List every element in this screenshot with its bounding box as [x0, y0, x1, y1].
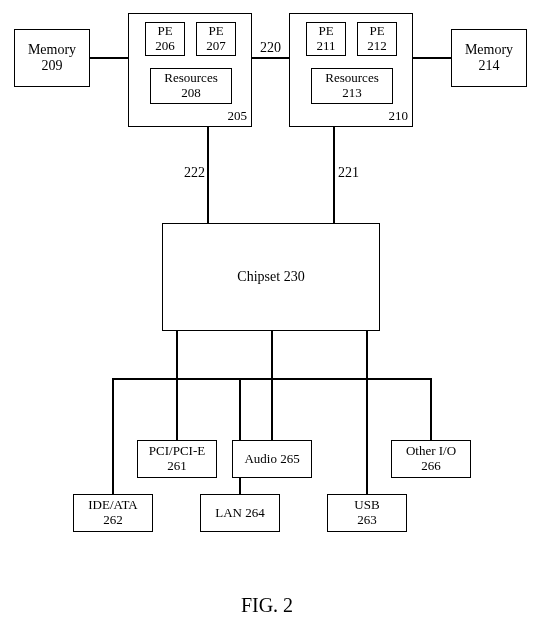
chipset-label: Chipset 230 [237, 269, 304, 285]
otherio-ref: 266 [421, 459, 441, 474]
drop-col3-top [271, 331, 273, 379]
pe-211-ref: 211 [316, 39, 335, 54]
block-other-io: Other I/O 266 [391, 440, 471, 478]
drop-col4-bot [366, 378, 368, 494]
usb-ref: 263 [357, 513, 377, 528]
link-cpuA-cpuB [252, 57, 289, 59]
pe-207-ref: 207 [206, 39, 226, 54]
pe-211-name: PE [318, 24, 333, 39]
memory-right-ref: 214 [479, 58, 500, 74]
lan-label: LAN 264 [215, 506, 264, 521]
memory-left-ref: 209 [42, 58, 63, 74]
block-chipset: Chipset 230 [162, 223, 380, 331]
link-220-label: 220 [259, 41, 282, 55]
block-pe-206: PE 206 [145, 22, 185, 56]
drop-col2-top [176, 331, 178, 379]
link-cpuB-mem214 [413, 57, 451, 59]
link-cpuB-chipset [333, 127, 335, 223]
drop-col4-top [366, 331, 368, 379]
block-resources-213: Resources 213 [311, 68, 393, 104]
block-memory-right: Memory 214 [451, 29, 527, 87]
link-222-label: 222 [183, 166, 206, 180]
cpu-a-ref: 205 [228, 109, 248, 124]
ide-ref: 262 [103, 513, 123, 528]
pci-ref: 261 [167, 459, 187, 474]
pe-206-ref: 206 [155, 39, 175, 54]
block-ide: IDE/ATA 262 [73, 494, 153, 532]
drop-col3-mid [271, 378, 273, 440]
block-lan: LAN 264 [200, 494, 280, 532]
pci-name: PCI/PCI-E [149, 444, 205, 459]
block-pe-207: PE 207 [196, 22, 236, 56]
cpu-b-ref: 210 [389, 109, 409, 124]
block-pe-211: PE 211 [306, 22, 346, 56]
pe-206-name: PE [157, 24, 172, 39]
ide-name: IDE/ATA [88, 498, 138, 513]
memory-left-name: Memory [28, 42, 76, 58]
pe-212-ref: 212 [367, 39, 387, 54]
block-pe-212: PE 212 [357, 22, 397, 56]
link-mem209-cpuA [90, 57, 128, 59]
block-resources-208: Resources 208 [150, 68, 232, 104]
link-cpuA-chipset [207, 127, 209, 223]
otherio-name: Other I/O [406, 444, 456, 459]
block-audio: Audio 265 [232, 440, 312, 478]
res-208-name: Resources [164, 71, 217, 86]
res-213-name: Resources [325, 71, 378, 86]
figure-caption: FIG. 2 [0, 594, 534, 617]
block-memory-left: Memory 209 [14, 29, 90, 87]
drop-col5 [430, 378, 432, 440]
drop-col2-bot [176, 378, 178, 440]
block-pci: PCI/PCI-E 261 [137, 440, 217, 478]
drop-col1 [112, 378, 114, 494]
link-221-label: 221 [337, 166, 360, 180]
memory-right-name: Memory [465, 42, 513, 58]
res-213-ref: 213 [342, 86, 362, 101]
usb-name: USB [354, 498, 379, 513]
pe-212-name: PE [369, 24, 384, 39]
pe-207-name: PE [208, 24, 223, 39]
res-208-ref: 208 [181, 86, 201, 101]
audio-label: Audio 265 [244, 452, 299, 467]
diagram-canvas: Memory 209 205 PE 206 PE 207 Resources 2… [0, 0, 534, 638]
block-usb: USB 263 [327, 494, 407, 532]
